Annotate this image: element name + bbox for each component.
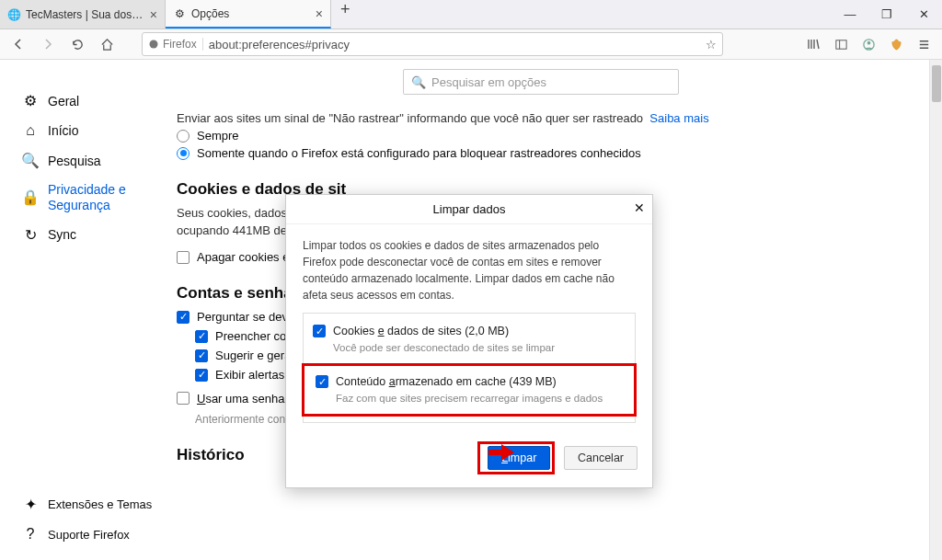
forward-button[interactable]: [35, 32, 61, 56]
puzzle-icon: ✦: [22, 496, 39, 513]
checkbox-checked-icon: [195, 349, 208, 362]
sync-icon: ↻: [22, 226, 39, 244]
tab-active[interactable]: ⚙ Opções ×: [166, 0, 331, 29]
dnt-learn-more-link[interactable]: Saiba mais: [649, 111, 708, 125]
scrollbar-thumb[interactable]: [932, 65, 941, 102]
back-button[interactable]: [6, 32, 31, 56]
checkbox-checked-icon: [313, 325, 326, 337]
bookmark-star-icon[interactable]: ☆: [706, 38, 717, 51]
home-button[interactable]: [94, 32, 120, 56]
option-cookies[interactable]: Cookies e dados de sites (2,0 MB) Você p…: [309, 319, 629, 363]
library-button[interactable]: [800, 32, 826, 56]
checkbox-checked-icon: [316, 375, 328, 388]
svg-point-4: [867, 40, 870, 44]
preferences-sidebar: ⚙ Geral ⌂ Início 🔍 Pesquisa 🔒 Privacidad…: [0, 60, 166, 560]
tab-close-icon[interactable]: ×: [150, 7, 157, 22]
new-tab-button[interactable]: +: [331, 0, 360, 29]
sidebar-button[interactable]: [828, 32, 854, 56]
search-icon: 🔍: [411, 75, 426, 89]
checkbox-checked-icon: [195, 330, 208, 343]
home-icon: ⌂: [22, 122, 39, 139]
sidebar-item-sync[interactable]: ↻ Sync: [18, 220, 155, 250]
reload-button[interactable]: [64, 32, 90, 56]
tab-title: Opções: [191, 7, 310, 20]
option-cache-highlighted: Conteúdo armazenado em cache (439 MB) Fa…: [302, 363, 637, 417]
checkbox-checked-icon: [177, 311, 190, 324]
sidebar-item-home[interactable]: ⌂ Início: [18, 116, 155, 145]
scrollbar[interactable]: [929, 60, 942, 560]
tab-close-icon[interactable]: ×: [316, 6, 323, 21]
tab-title: TecMasters | Sua dose diária de: [26, 8, 144, 21]
lock-icon: 🔒: [22, 189, 39, 206]
checkbox-icon: [177, 251, 190, 264]
window-maximize-button[interactable]: ❐: [868, 0, 905, 29]
gear-icon: ⚙: [22, 92, 39, 109]
dnt-always-radio[interactable]: Sempre: [177, 129, 905, 143]
dialog-description: Limpar todos os cookies e dados de sites…: [303, 237, 636, 303]
search-icon: 🔍: [22, 152, 39, 169]
dnt-conditional-radio[interactable]: Somente quando o Firefox está configurad…: [177, 146, 905, 160]
option-cache[interactable]: Conteúdo armazenado em cache (439 MB) Fa…: [312, 370, 626, 406]
firefox-icon: [148, 39, 159, 50]
sidebar-item-extensions[interactable]: ✦ Extensões e Temas: [18, 489, 155, 520]
extension-button[interactable]: [883, 32, 909, 56]
checkbox-icon: [177, 392, 190, 405]
cancel-button[interactable]: Cancelar: [564, 446, 638, 470]
url-bar[interactable]: Firefox about:preferences#privacy ☆: [142, 32, 723, 56]
sidebar-item-general[interactable]: ⚙ Geral: [18, 86, 155, 116]
window-minimize-button[interactable]: —: [832, 0, 868, 29]
preferences-search-input[interactable]: 🔍 Pesquisar em opções: [403, 69, 679, 95]
window-close-button[interactable]: ✕: [905, 0, 942, 29]
radio-checked-icon: [177, 147, 190, 160]
dnt-intro: Enviar aos sites um sinal de "Não rastre…: [177, 111, 905, 125]
clear-data-dialog: Limpar dados ✕ Limpar todos os cookies e…: [285, 194, 653, 488]
radio-icon: [177, 130, 190, 143]
tab-inactive[interactable]: 🌐 TecMasters | Sua dose diária de ×: [0, 0, 166, 29]
favicon-tecmasters: 🌐: [7, 8, 20, 21]
sidebar-item-privacy[interactable]: 🔒 Privacidade e Segurança: [18, 176, 155, 220]
annotation-arrow-icon: [488, 444, 516, 461]
dialog-close-button[interactable]: ✕: [634, 200, 645, 215]
url-text: about:preferences#privacy: [209, 38, 700, 51]
svg-rect-1: [835, 40, 845, 48]
checkbox-checked-icon: [195, 369, 208, 382]
identity-box[interactable]: Firefox: [148, 38, 203, 51]
gear-icon: ⚙: [173, 7, 186, 20]
hamburger-menu-button[interactable]: [911, 32, 936, 56]
help-icon: ?: [22, 526, 39, 543]
svg-point-0: [150, 40, 158, 49]
dialog-title: Limpar dados ✕: [286, 195, 652, 224]
sidebar-item-search[interactable]: 🔍 Pesquisa: [18, 145, 155, 176]
sidebar-item-support[interactable]: ? Suporte Firefox: [18, 520, 155, 549]
profile-button[interactable]: [856, 32, 881, 56]
